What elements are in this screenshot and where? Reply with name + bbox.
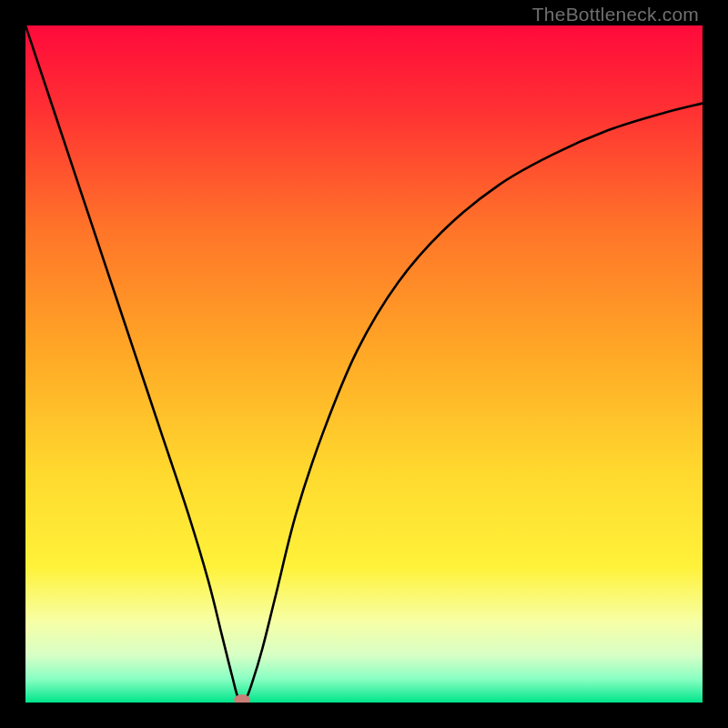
watermark-text: TheBottleneck.com xyxy=(532,4,699,25)
chart-frame xyxy=(25,25,703,703)
bottleneck-chart xyxy=(25,25,703,703)
gradient-background xyxy=(25,25,703,703)
